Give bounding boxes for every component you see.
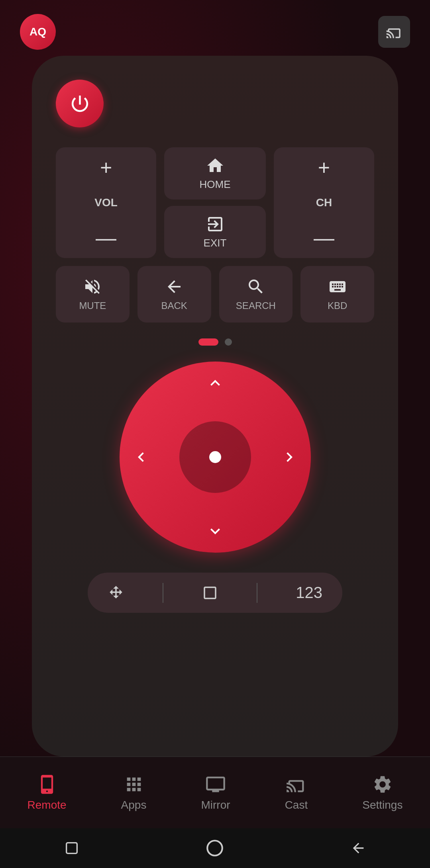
dpad-left-button[interactable] xyxy=(132,448,151,467)
sys-back-icon xyxy=(350,840,366,856)
page-indicator xyxy=(198,338,232,346)
divider1 xyxy=(163,583,163,603)
nav-remote-icon xyxy=(37,774,57,795)
sys-home-button[interactable] xyxy=(203,836,227,860)
power-icon xyxy=(69,93,91,115)
search-icon xyxy=(246,277,265,296)
dpad-center-button[interactable] xyxy=(179,421,251,493)
dpad-right-icon xyxy=(280,448,299,467)
nav-item-apps[interactable]: Apps xyxy=(113,770,155,815)
dpad-up-icon xyxy=(206,373,225,393)
dpad-down-icon xyxy=(206,522,225,541)
nav-bar: Remote Apps Mirror Cast Settings xyxy=(0,757,430,828)
system-nav xyxy=(0,828,430,868)
back-button[interactable]: BACK xyxy=(137,266,211,323)
ch-plus[interactable]: + xyxy=(318,157,330,178)
middle-buttons: HOME EXIT xyxy=(164,147,266,258)
divider2 xyxy=(257,583,257,603)
power-button[interactable] xyxy=(56,80,104,127)
aspect-icon xyxy=(202,585,218,601)
nav-settings-icon xyxy=(372,774,393,795)
nav-item-remote[interactable]: Remote xyxy=(20,770,75,815)
nav-cast-icon xyxy=(286,774,306,795)
cast-icon xyxy=(386,23,403,40)
sys-square-button[interactable] xyxy=(60,836,84,860)
kbd-icon xyxy=(328,277,347,296)
dpad-right-button[interactable] xyxy=(280,448,299,467)
back-label: BACK xyxy=(161,300,187,311)
nav-remote-label: Remote xyxy=(27,799,67,811)
home-label: HOME xyxy=(200,178,231,191)
home-icon xyxy=(206,156,225,175)
back-icon xyxy=(165,277,184,296)
nav-item-settings[interactable]: Settings xyxy=(354,770,410,815)
dpad-up-button[interactable] xyxy=(206,373,225,393)
vol-minus[interactable]: — xyxy=(96,227,116,248)
remote-body: + VOL — HOME EXIT + CH — xyxy=(32,56,398,757)
mute-label: MUTE xyxy=(79,300,106,311)
search-button[interactable]: SEARCH xyxy=(219,266,293,323)
touchpad-button[interactable] xyxy=(100,581,132,605)
ch-button[interactable]: + CH — xyxy=(274,147,374,258)
kbd-button[interactable]: KBD xyxy=(300,266,374,323)
sys-square-icon xyxy=(64,840,80,856)
nav-item-cast[interactable]: Cast xyxy=(277,770,316,815)
mute-icon xyxy=(83,277,102,296)
power-row xyxy=(56,80,374,127)
num-button[interactable]: 123 xyxy=(288,580,330,606)
logo-avatar: AQ xyxy=(20,14,56,50)
svg-point-1 xyxy=(208,841,223,856)
controls-row1: + VOL — HOME EXIT + CH — xyxy=(56,147,374,258)
vol-button[interactable]: + VOL — xyxy=(56,147,156,258)
dot-active xyxy=(198,338,218,346)
nav-cast-label: Cast xyxy=(285,799,308,811)
cast-header-button[interactable] xyxy=(378,16,410,48)
exit-label: EXIT xyxy=(204,237,227,249)
sys-home-icon xyxy=(205,838,225,858)
nav-mirror-label: Mirror xyxy=(201,799,230,811)
dpad-left-icon xyxy=(132,448,151,467)
nav-mirror-icon xyxy=(205,774,226,795)
svg-rect-0 xyxy=(66,843,77,854)
touchpad-icon xyxy=(108,585,124,601)
nav-apps-label: Apps xyxy=(121,799,147,811)
nav-settings-label: Settings xyxy=(362,799,403,811)
search-label: SEARCH xyxy=(236,300,276,311)
vol-plus[interactable]: + xyxy=(100,157,112,178)
home-button[interactable]: HOME xyxy=(164,147,266,199)
vol-label: VOL xyxy=(94,196,118,209)
bottom-controls: 123 xyxy=(88,573,342,613)
dpad-down-button[interactable] xyxy=(206,522,225,541)
sys-back-button[interactable] xyxy=(346,836,370,860)
mute-button[interactable]: MUTE xyxy=(56,266,130,323)
num-label: 123 xyxy=(296,584,322,602)
aspect-button[interactable] xyxy=(194,581,226,605)
nav-apps-icon xyxy=(124,774,144,795)
controls-row2: MUTE BACK SEARCH KBD xyxy=(56,266,374,323)
exit-icon xyxy=(206,215,225,234)
header: AQ xyxy=(0,0,430,56)
dpad-container xyxy=(120,362,311,553)
logo-text: AQ xyxy=(29,25,46,38)
dpad xyxy=(120,362,311,553)
dot-inactive xyxy=(225,338,232,346)
ch-minus[interactable]: — xyxy=(314,227,334,248)
exit-button[interactable]: EXIT xyxy=(164,206,266,258)
kbd-label: KBD xyxy=(328,300,347,311)
nav-item-mirror[interactable]: Mirror xyxy=(193,770,238,815)
ch-label: CH xyxy=(316,196,332,209)
dpad-center-dot xyxy=(209,451,221,463)
